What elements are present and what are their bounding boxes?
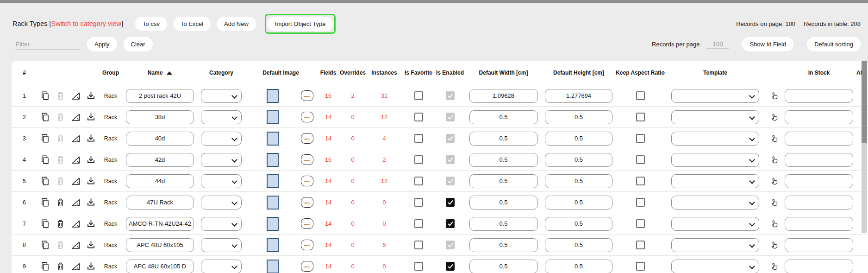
template-select[interactable] bbox=[671, 89, 759, 103]
category-select[interactable] bbox=[201, 89, 242, 103]
hand-pointer-icon[interactable] bbox=[769, 91, 779, 101]
records-per-page-input[interactable] bbox=[706, 40, 729, 49]
in-stock-input[interactable] bbox=[785, 153, 853, 167]
in-stock-input[interactable] bbox=[785, 238, 853, 252]
measure-button[interactable] bbox=[70, 176, 81, 186]
import-object-type-button[interactable]: Import Object Type bbox=[268, 17, 333, 31]
hand-pointer-icon[interactable] bbox=[769, 113, 779, 122]
fields-count-link[interactable]: 14 bbox=[325, 114, 331, 121]
measure-button[interactable] bbox=[70, 219, 81, 229]
is-favorite-checkbox[interactable] bbox=[414, 198, 423, 207]
default-image-thumbnail[interactable] bbox=[267, 217, 279, 231]
in-stock-input[interactable] bbox=[785, 110, 853, 124]
default-image-thumbnail[interactable] bbox=[267, 132, 279, 146]
fields-count-link[interactable]: 14 bbox=[325, 178, 331, 184]
default-width-input[interactable] bbox=[469, 217, 538, 231]
keep-aspect-ratio-checkbox[interactable] bbox=[636, 219, 645, 228]
is-favorite-checkbox[interactable] bbox=[414, 177, 423, 185]
default-image-thumbnail[interactable] bbox=[267, 110, 279, 124]
is-favorite-checkbox[interactable] bbox=[414, 219, 423, 228]
hand-pointer-icon[interactable] bbox=[769, 241, 779, 250]
vertical-scrollbar-track[interactable] bbox=[862, 61, 867, 233]
template-select[interactable] bbox=[671, 110, 759, 124]
category-select[interactable] bbox=[201, 132, 242, 146]
overrides-count-link[interactable]: 0 bbox=[351, 156, 354, 163]
keep-aspect-ratio-checkbox[interactable] bbox=[636, 155, 645, 164]
category-select[interactable] bbox=[201, 260, 242, 273]
copy-button[interactable] bbox=[40, 176, 50, 186]
show-id-field-button[interactable]: Show Id Field bbox=[742, 37, 793, 51]
download-button[interactable] bbox=[86, 240, 96, 250]
fields-count-link[interactable]: 14 bbox=[325, 220, 331, 227]
keep-aspect-ratio-checkbox[interactable] bbox=[636, 113, 645, 121]
filter-input[interactable] bbox=[15, 39, 81, 50]
name-input[interactable] bbox=[126, 217, 194, 231]
default-width-input[interactable] bbox=[469, 110, 538, 124]
is-favorite-checkbox[interactable] bbox=[414, 113, 423, 121]
default-image-thumbnail[interactable] bbox=[267, 196, 279, 210]
default-width-input[interactable] bbox=[469, 260, 538, 273]
keep-aspect-ratio-checkbox[interactable] bbox=[636, 134, 645, 143]
fields-count-link[interactable]: 15 bbox=[325, 156, 331, 163]
template-select[interactable] bbox=[671, 132, 759, 146]
download-button[interactable] bbox=[86, 197, 96, 208]
overrides-count-link[interactable]: 0 bbox=[351, 241, 354, 248]
default-width-input[interactable] bbox=[469, 238, 538, 252]
name-input[interactable] bbox=[126, 238, 194, 252]
fields-count-link[interactable]: 15 bbox=[325, 92, 331, 99]
in-stock-input[interactable] bbox=[785, 174, 853, 188]
default-image-thumbnail[interactable] bbox=[267, 153, 279, 167]
delete-button[interactable] bbox=[55, 219, 65, 229]
template-select[interactable] bbox=[671, 153, 759, 167]
download-button[interactable] bbox=[86, 155, 96, 165]
overrides-count-link[interactable]: 0 bbox=[351, 263, 354, 270]
copy-button[interactable] bbox=[40, 155, 50, 165]
keep-aspect-ratio-checkbox[interactable] bbox=[636, 262, 645, 271]
instances-count-link[interactable]: 0 bbox=[382, 199, 386, 206]
measure-button[interactable] bbox=[70, 91, 81, 101]
default-height-input[interactable] bbox=[545, 153, 612, 167]
default-width-input[interactable] bbox=[469, 174, 538, 188]
measure-button[interactable] bbox=[70, 155, 81, 165]
instances-count-link[interactable]: 5 bbox=[382, 241, 386, 248]
is-favorite-checkbox[interactable] bbox=[414, 134, 423, 143]
hand-pointer-icon[interactable] bbox=[769, 155, 779, 165]
download-button[interactable] bbox=[86, 112, 96, 122]
download-button[interactable] bbox=[86, 176, 96, 186]
keep-aspect-ratio-checkbox[interactable] bbox=[636, 91, 645, 100]
template-select[interactable] bbox=[671, 260, 759, 273]
download-button[interactable] bbox=[86, 261, 96, 272]
hand-pointer-icon[interactable] bbox=[769, 262, 779, 271]
instances-count-link[interactable]: 31 bbox=[381, 92, 387, 99]
copy-button[interactable] bbox=[40, 240, 50, 250]
keep-aspect-ratio-checkbox[interactable] bbox=[636, 241, 645, 249]
hand-pointer-icon[interactable] bbox=[769, 219, 779, 229]
hand-pointer-icon[interactable] bbox=[769, 177, 779, 186]
is-enabled-checkbox[interactable] bbox=[446, 198, 455, 207]
is-favorite-checkbox[interactable] bbox=[414, 241, 423, 249]
overrides-count-link[interactable]: 0 bbox=[351, 135, 354, 142]
instances-count-link[interactable]: 12 bbox=[381, 178, 387, 184]
is-favorite-checkbox[interactable] bbox=[414, 262, 423, 271]
copy-button[interactable] bbox=[40, 91, 50, 101]
keep-aspect-ratio-checkbox[interactable] bbox=[636, 177, 645, 185]
instances-count-link[interactable]: 0 bbox=[382, 220, 386, 227]
image-options-button[interactable]: ... bbox=[301, 90, 313, 101]
default-width-input[interactable] bbox=[469, 89, 538, 103]
default-image-thumbnail[interactable] bbox=[267, 238, 279, 252]
keep-aspect-ratio-checkbox[interactable] bbox=[636, 198, 645, 207]
name-input[interactable] bbox=[126, 153, 194, 167]
overrides-count-link[interactable]: 0 bbox=[351, 178, 354, 184]
to-excel-button[interactable]: To Excel bbox=[173, 17, 211, 31]
default-height-input[interactable] bbox=[545, 260, 612, 273]
default-width-input[interactable] bbox=[469, 132, 538, 146]
download-button[interactable] bbox=[86, 219, 96, 229]
default-sorting-button[interactable]: Default sorting bbox=[807, 37, 861, 51]
fields-count-link[interactable]: 14 bbox=[325, 135, 331, 142]
measure-button[interactable] bbox=[70, 240, 81, 250]
is-enabled-checkbox[interactable] bbox=[446, 262, 455, 271]
default-width-input[interactable] bbox=[469, 153, 538, 167]
name-input[interactable] bbox=[126, 174, 194, 188]
to-csv-button[interactable]: To csv bbox=[135, 17, 167, 31]
vertical-scrollbar-thumb[interactable] bbox=[862, 61, 867, 143]
